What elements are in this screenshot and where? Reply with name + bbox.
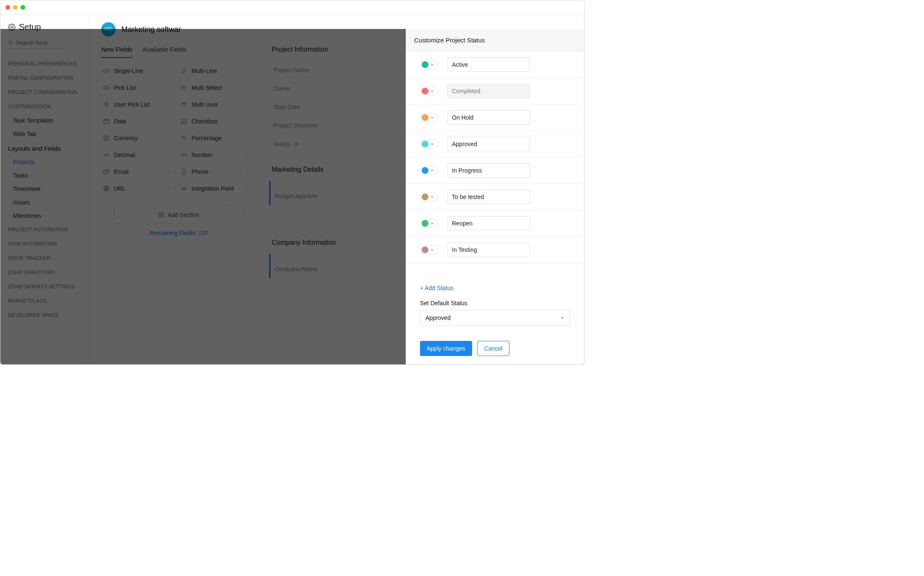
nav-group[interactable]: PERSONAL PREFERENCES bbox=[8, 57, 85, 71]
nav-group[interactable]: PROJECT CONFIGURATION bbox=[8, 85, 85, 99]
drag-handle-icon[interactable]: ⋮⋮ bbox=[167, 186, 177, 191]
svg-point-1 bbox=[9, 41, 12, 44]
close-window-dot[interactable] bbox=[5, 5, 10, 10]
status-color-picker[interactable] bbox=[420, 166, 438, 175]
nav-group[interactable]: MARKETPLACE bbox=[8, 294, 85, 308]
nav-group[interactable]: ISSUE TRACKER bbox=[8, 251, 85, 265]
status-color-picker[interactable] bbox=[420, 219, 438, 228]
nav-group[interactable]: TASK AUTOMATION bbox=[8, 237, 85, 251]
apply-changes-button[interactable]: Apply changes bbox=[420, 341, 472, 356]
default-status-select[interactable]: Approved bbox=[420, 310, 570, 326]
svg-point-13 bbox=[181, 89, 182, 89]
drag-handle-icon[interactable]: ⋮⋮ bbox=[167, 152, 177, 158]
cancel-button[interactable]: Cancel bbox=[477, 341, 510, 356]
tab-available-fields[interactable]: Available Fields bbox=[142, 46, 186, 58]
nav-group[interactable]: PORTAL CONFIGURATION bbox=[8, 71, 85, 85]
field-type-date[interactable]: Date ⋮⋮ bbox=[101, 113, 179, 130]
drag-handle-icon[interactable]: ⋮⋮ bbox=[167, 68, 177, 74]
status-name-input[interactable] bbox=[447, 216, 530, 230]
nav-group[interactable]: CUSTOMIZATION bbox=[8, 99, 85, 114]
field-type-decimal[interactable]: .00 Decimal ⋮⋮ bbox=[101, 147, 179, 163]
field-type-label: Phone bbox=[192, 168, 208, 175]
drag-handle-icon[interactable]: ⋮⋮ bbox=[245, 186, 255, 191]
status-color-dot bbox=[422, 61, 428, 68]
drag-handle-icon[interactable]: ⋮⋮ bbox=[245, 102, 255, 107]
status-name-input[interactable] bbox=[447, 190, 530, 204]
field-type-multi-user[interactable]: Multi User ⋮⋮ bbox=[179, 96, 257, 113]
search-wrap[interactable] bbox=[8, 38, 67, 49]
field-type-percentage[interactable]: % Percentage ⋮⋮ bbox=[179, 130, 257, 147]
nav-item-issues[interactable]: Issues bbox=[8, 196, 85, 209]
field-type-icon bbox=[103, 185, 110, 192]
status-name-input[interactable] bbox=[447, 110, 530, 125]
field-type-integration-field[interactable]: Integration Field ⋮⋮ bbox=[179, 180, 257, 197]
nav-group[interactable]: DEVELOPER SPACE bbox=[8, 308, 85, 322]
nav-item-projects[interactable]: Projects bbox=[8, 155, 85, 169]
field-type-multi-select[interactable]: Multi Select ⋮⋮ bbox=[179, 79, 257, 96]
nav-item-tasks[interactable]: Tasks bbox=[8, 169, 85, 182]
drag-handle-icon[interactable]: ⋮⋮ bbox=[245, 68, 255, 74]
search-input[interactable] bbox=[16, 39, 67, 46]
nav-item[interactable]: Web Tab bbox=[8, 127, 85, 141]
drag-handle-icon[interactable]: ⋮⋮ bbox=[167, 136, 177, 141]
field-type-pick-list[interactable]: Pick List ⋮⋮ bbox=[101, 79, 179, 96]
field-type-checkbox[interactable]: Checkbox ⋮⋮ bbox=[179, 113, 257, 130]
status-color-picker[interactable] bbox=[420, 192, 438, 202]
add-status-button[interactable]: + Add Status bbox=[420, 285, 454, 291]
drag-handle-icon[interactable]: ⋮⋮ bbox=[167, 85, 177, 91]
nav-group[interactable]: ZOHO DIRECTORY bbox=[8, 265, 85, 280]
field-type-number[interactable]: 123 Number ⋮⋮ bbox=[179, 147, 257, 163]
chevron-down-icon bbox=[430, 89, 434, 93]
remaining-fields[interactable]: Remaining Fields: 137 bbox=[101, 230, 257, 236]
layouts-section-title: Layouts and Fields bbox=[8, 141, 85, 155]
nav-item-timesheet[interactable]: Timesheet bbox=[8, 182, 85, 196]
chevron-down-icon bbox=[430, 63, 434, 67]
status-name-input[interactable] bbox=[447, 137, 530, 151]
field-type-url[interactable]: URL ⋮⋮ bbox=[101, 180, 179, 197]
field-type-icon bbox=[181, 68, 187, 74]
gear-icon bbox=[8, 24, 16, 31]
status-name-input[interactable] bbox=[447, 163, 530, 178]
status-color-picker[interactable] bbox=[420, 245, 438, 254]
gear-icon[interactable] bbox=[294, 141, 299, 147]
field-type-icon bbox=[103, 118, 110, 125]
tab-new-fields[interactable]: New Fields bbox=[101, 46, 132, 58]
field-type-icon bbox=[181, 84, 187, 91]
status-color-picker[interactable] bbox=[420, 86, 438, 96]
maximize-window-dot[interactable] bbox=[21, 5, 25, 10]
status-color-picker[interactable] bbox=[420, 139, 438, 149]
field-type-email[interactable]: Email ⋮⋮ bbox=[101, 163, 179, 180]
add-section-button[interactable]: Add Section bbox=[114, 206, 244, 224]
drag-handle-icon[interactable]: ⋮⋮ bbox=[245, 169, 255, 175]
field-type-icon bbox=[181, 185, 187, 192]
status-name-input[interactable] bbox=[447, 243, 530, 257]
drag-handle-icon[interactable]: ⋮⋮ bbox=[245, 85, 255, 91]
drag-handle-icon[interactable]: ⋮⋮ bbox=[245, 119, 255, 124]
drag-handle-icon[interactable]: ⋮⋮ bbox=[167, 119, 177, 124]
status-color-picker[interactable] bbox=[420, 60, 438, 69]
field-type-user-pick-list[interactable]: User Pick List ⋮⋮ bbox=[101, 96, 179, 113]
status-color-dot bbox=[422, 220, 428, 227]
field-type-single-line[interactable]: Single-Line ⋮⋮ bbox=[101, 63, 179, 79]
status-color-picker[interactable] bbox=[420, 113, 438, 122]
svg-text:.00: .00 bbox=[104, 153, 109, 157]
drag-handle-icon[interactable]: ⋮⋮ bbox=[245, 136, 255, 141]
svg-rect-27 bbox=[104, 170, 109, 173]
field-type-multi-line[interactable]: Multi-Line ⋮⋮ bbox=[179, 63, 257, 79]
status-name-input[interactable] bbox=[447, 58, 530, 72]
field-type-currency[interactable]: $ Currency ⋮⋮ bbox=[101, 130, 179, 147]
field-type-icon bbox=[103, 101, 110, 108]
svg-point-15 bbox=[182, 102, 184, 104]
field-type-icon: % bbox=[181, 135, 187, 141]
field-type-label: Single-Line bbox=[114, 68, 143, 74]
drag-handle-icon[interactable]: ⋮⋮ bbox=[245, 152, 255, 158]
minimize-window-dot[interactable] bbox=[13, 5, 18, 10]
nav-item-milestones[interactable]: Milestones bbox=[8, 209, 85, 223]
status-list bbox=[406, 52, 584, 278]
drag-handle-icon[interactable]: ⋮⋮ bbox=[167, 169, 177, 175]
nav-group[interactable]: PROJECT AUTOMATION bbox=[8, 223, 85, 237]
nav-group[interactable]: ZOHO SPRINTS SETTINGS bbox=[8, 280, 85, 294]
field-type-phone[interactable]: Phone ⋮⋮ bbox=[179, 163, 257, 180]
drag-handle-icon[interactable]: ⋮⋮ bbox=[167, 102, 177, 107]
nav-item[interactable]: Task Templates bbox=[8, 114, 85, 127]
